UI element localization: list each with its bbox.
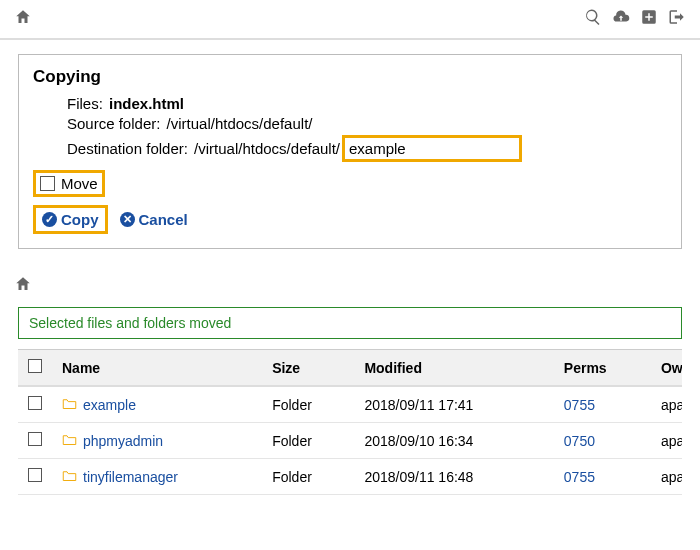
folder-icon <box>62 469 77 485</box>
logout-icon[interactable] <box>668 8 686 30</box>
file-link[interactable]: example <box>62 397 136 413</box>
plus-icon[interactable] <box>640 8 658 30</box>
col-perms: Perms <box>554 350 651 386</box>
dialog-title: Copying <box>33 67 667 87</box>
file-link[interactable]: tinyfilemanager <box>62 469 178 485</box>
perms-link[interactable]: 0755 <box>564 397 595 413</box>
table-row: exampleFolder2018/09/11 17:410755apa <box>18 386 682 423</box>
row-checkbox[interactable] <box>28 432 42 446</box>
check-circle-icon: ✓ <box>42 212 57 227</box>
folder-icon <box>62 397 77 413</box>
perms-link[interactable]: 0755 <box>564 469 595 485</box>
cell-modified: 2018/09/10 16:34 <box>354 423 553 459</box>
destination-row: Destination folder: /virtual/htdocs/defa… <box>67 135 667 162</box>
cell-owner: apa <box>651 459 682 495</box>
success-banner: Selected files and folders moved <box>18 307 682 339</box>
search-icon[interactable] <box>584 8 602 30</box>
cancel-button[interactable]: ✕ Cancel <box>120 211 188 228</box>
source-row: Source folder: /virtual/htdocs/default/ <box>67 115 667 132</box>
col-name: Name <box>52 350 262 386</box>
col-size: Size <box>262 350 354 386</box>
copy-button[interactable]: ✓ Copy <box>33 205 108 234</box>
table-row: tinyfilemanagerFolder2018/09/11 16:48075… <box>18 459 682 495</box>
table-row: phpmyadminFolder2018/09/10 16:340750apa <box>18 423 682 459</box>
select-all-checkbox[interactable] <box>28 359 42 373</box>
col-modified: Modified <box>354 350 553 386</box>
files-row: Files: index.html <box>67 95 667 112</box>
col-owner: Ow <box>651 350 682 386</box>
home-icon[interactable] <box>14 8 32 30</box>
cell-modified: 2018/09/11 17:41 <box>354 386 553 423</box>
perms-link[interactable]: 0750 <box>564 433 595 449</box>
top-toolbar <box>0 0 700 40</box>
cell-owner: apa <box>651 423 682 459</box>
destination-input[interactable] <box>342 135 522 162</box>
row-checkbox[interactable] <box>28 396 42 410</box>
row-checkbox[interactable] <box>28 468 42 482</box>
file-link[interactable]: phpmyadmin <box>62 433 163 449</box>
move-checkbox[interactable] <box>40 176 55 191</box>
move-checkbox-wrap[interactable]: Move <box>33 170 105 197</box>
cell-size: Folder <box>262 386 354 423</box>
file-table: Name Size Modified Perms Ow exampleFolde… <box>18 349 682 495</box>
cell-size: Folder <box>262 459 354 495</box>
home-icon[interactable] <box>14 275 32 297</box>
cell-size: Folder <box>262 423 354 459</box>
copy-dialog: Copying Files: index.html Source folder:… <box>18 54 682 249</box>
breadcrumb-bar <box>0 267 700 303</box>
cloud-upload-icon[interactable] <box>612 8 630 30</box>
x-circle-icon: ✕ <box>120 212 135 227</box>
cell-modified: 2018/09/11 16:48 <box>354 459 553 495</box>
cell-owner: apa <box>651 386 682 423</box>
folder-icon <box>62 433 77 449</box>
